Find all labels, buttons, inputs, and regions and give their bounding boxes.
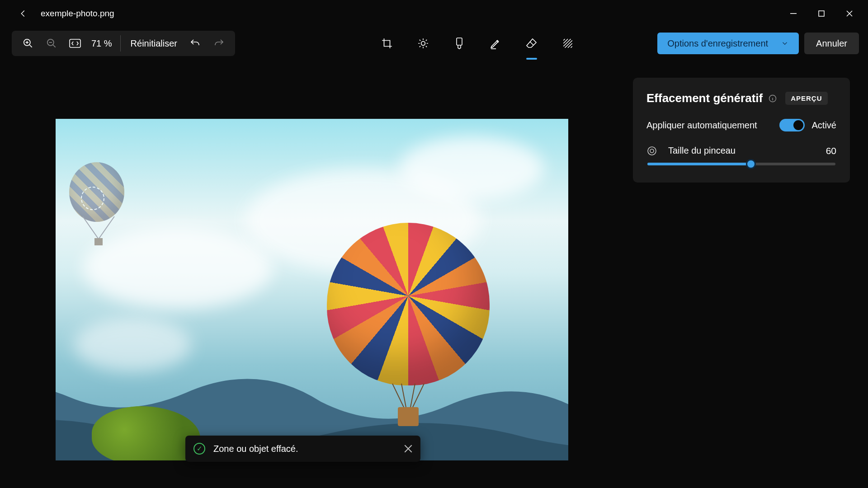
redo-icon (213, 38, 224, 49)
zoom-out-button[interactable] (40, 33, 63, 54)
generative-erase-panel: Effacement génératif APERÇU Appliquer au… (633, 78, 850, 183)
eraser-icon (525, 38, 538, 49)
big-balloon (327, 223, 490, 404)
panel-header: Effacement génératif APERÇU (646, 91, 836, 105)
undo-icon (190, 38, 201, 49)
brush-size-slider[interactable] (647, 163, 835, 165)
target-icon (646, 145, 658, 156)
svg-rect-7 (94, 238, 103, 245)
balloon-ropes (390, 384, 426, 409)
fit-screen-icon (69, 39, 81, 48)
zoom-tool-group: 71 % Réinitialiser (12, 31, 235, 56)
small-balloon-erased (69, 162, 128, 248)
cancel-label: Annuler (816, 38, 847, 49)
side-panel: Effacement génératif APERÇU Appliquer au… (624, 60, 868, 488)
cloud-decor (399, 137, 544, 200)
erase-tool[interactable] (520, 32, 543, 55)
panel-title: Effacement génératif (646, 91, 763, 105)
main-area: ✓ Zone ou objet effacé. Effacement génér… (0, 60, 868, 488)
crop-icon (381, 38, 393, 49)
success-check-icon: ✓ (193, 443, 205, 455)
toast-notification: ✓ Zone ou objet effacé. (185, 436, 420, 462)
adjust-tool[interactable] (411, 32, 435, 55)
crop-tool[interactable] (375, 32, 399, 55)
brush-cursor-ring (81, 187, 104, 210)
close-window-button[interactable] (835, 3, 863, 24)
canvas-area: ✓ Zone ou objet effacé. (0, 60, 624, 488)
toggle-knob (793, 120, 803, 130)
markup-tool[interactable] (484, 32, 507, 55)
save-options-dropdown[interactable]: Options d'enregistrement (657, 33, 799, 54)
cancel-button[interactable]: Annuler (804, 33, 859, 54)
filter-icon (454, 37, 465, 50)
file-title: exemple-photo.png (41, 9, 114, 19)
brightness-icon (417, 38, 429, 49)
fit-screen-button[interactable] (63, 33, 87, 54)
toast-close-button[interactable] (404, 445, 412, 453)
pen-icon (490, 38, 501, 49)
svg-point-5 (421, 42, 425, 46)
maximize-icon (818, 10, 825, 17)
brush-size-label: Taille du pinceau (668, 145, 816, 156)
edit-tools (375, 32, 580, 55)
image-canvas[interactable] (56, 119, 568, 460)
svg-rect-6 (457, 38, 462, 45)
maximize-button[interactable] (807, 3, 835, 24)
close-icon (846, 10, 853, 17)
info-icon[interactable] (768, 94, 777, 103)
titlebar: exemple-photo.png (0, 0, 868, 27)
minimize-icon (790, 10, 797, 17)
toast-message: Zone ou objet effacé. (213, 444, 396, 454)
svg-point-9 (648, 147, 656, 155)
reset-button[interactable]: Réinitialiser (124, 38, 184, 49)
slider-fill (647, 163, 751, 165)
minimize-button[interactable] (779, 3, 807, 24)
zoom-level: 71 % (87, 38, 117, 49)
save-options-label: Options d'enregistrement (667, 38, 768, 49)
svg-rect-0 (790, 13, 797, 14)
auto-apply-state: Activé (812, 120, 836, 131)
filter-tool[interactable] (448, 32, 471, 55)
auto-apply-toggle[interactable] (779, 119, 805, 131)
chevron-down-icon (781, 39, 789, 47)
zoom-in-icon (22, 38, 34, 49)
sparkle-grid-icon (562, 38, 574, 49)
svg-rect-4 (70, 39, 80, 47)
redo-button[interactable] (207, 33, 231, 54)
action-buttons: Options d'enregistrement Annuler (657, 33, 859, 54)
auto-apply-row: Appliquer automatiquement Activé (646, 119, 836, 131)
svg-point-10 (650, 149, 654, 153)
close-icon (404, 445, 412, 453)
toolbar: 71 % Réinitialiser Options d'e (0, 27, 868, 60)
auto-apply-label: Appliquer automatiquement (646, 120, 779, 131)
slider-thumb[interactable] (746, 159, 756, 169)
preview-badge: APERÇU (785, 92, 827, 105)
brush-size-row: Taille du pinceau 60 (646, 145, 836, 156)
back-button[interactable] (14, 4, 33, 23)
arrow-left-icon (18, 9, 28, 19)
undo-button[interactable] (184, 33, 207, 54)
small-balloon-basket (69, 216, 128, 248)
brush-size-value: 60 (826, 145, 836, 156)
svg-rect-1 (819, 11, 824, 16)
background-remove-tool[interactable] (556, 32, 580, 55)
zoom-out-icon (46, 38, 57, 49)
zoom-in-button[interactable] (16, 33, 40, 54)
separator (120, 35, 121, 52)
